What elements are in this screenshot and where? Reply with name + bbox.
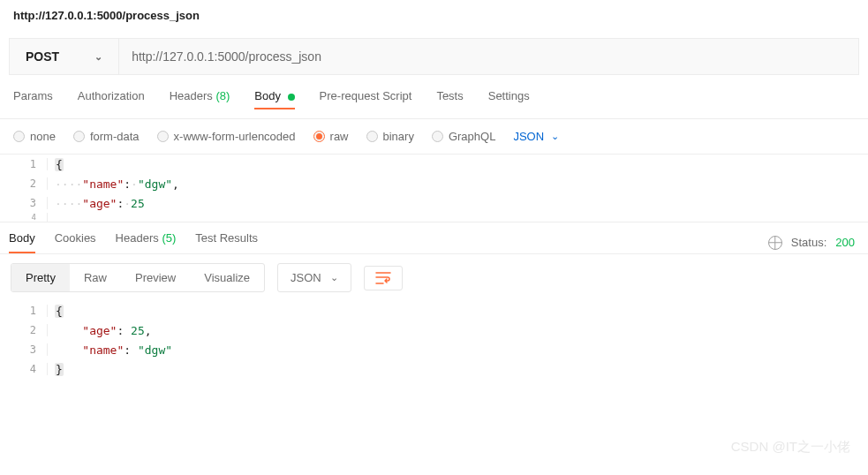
line-number: 2 (0, 324, 48, 336)
tab-headers[interactable]: Headers (8) (170, 89, 230, 109)
wrap-lines-button[interactable] (364, 266, 403, 290)
method-label: POST (26, 49, 59, 64)
tab-params[interactable]: Params (13, 89, 53, 109)
response-status: Status: 200 (768, 236, 855, 250)
watermark: CSDN @IT之一小佬 (731, 439, 850, 456)
radio-icon (366, 131, 378, 142)
line-number: 1 (0, 305, 48, 317)
wrap-icon (375, 272, 391, 284)
tab-body[interactable]: Body (254, 89, 294, 109)
radio-icon (157, 131, 169, 142)
body-type-row: none form-data x-www-form-urlencoded raw… (0, 119, 868, 155)
resp-tab-cookies[interactable]: Cookies (55, 231, 96, 253)
response-format-dropdown[interactable]: JSON ⌄ (277, 263, 351, 292)
btn-pretty[interactable]: Pretty (11, 264, 70, 291)
response-toolbar: Pretty Raw Preview Visualize JSON ⌄ (0, 254, 868, 301)
radio-formdata[interactable]: form-data (73, 130, 140, 143)
resp-tab-headers[interactable]: Headers (5) (116, 231, 177, 253)
radio-urlencoded[interactable]: x-www-form-urlencoded (157, 130, 296, 143)
line-number: 3 (0, 343, 48, 356)
chevron-down-icon: ⌄ (94, 51, 102, 63)
tab-prerequest[interactable]: Pre-request Script (320, 89, 412, 109)
radio-binary[interactable]: binary (366, 130, 414, 143)
tab-authorization[interactable]: Authorization (78, 89, 145, 109)
line-number: 4 (0, 213, 48, 222)
response-header: Body Cookies Headers (5) Test Results St… (0, 222, 868, 254)
line-number: 4 (0, 363, 48, 375)
radio-icon (313, 131, 325, 142)
tab-tests[interactable]: Tests (436, 89, 463, 109)
radio-raw[interactable]: raw (313, 130, 349, 143)
resp-tab-test-results[interactable]: Test Results (195, 231, 258, 253)
radio-icon (432, 131, 443, 142)
btn-visualize[interactable]: Visualize (190, 264, 264, 291)
tab-settings[interactable]: Settings (488, 89, 530, 109)
page-title: http://127.0.0.1:5000/process_json (0, 0, 868, 31)
request-body-editor[interactable]: 1{ 2····"name":·"dgw", 3····"age":·25 4 (0, 155, 868, 222)
globe-icon[interactable] (768, 236, 782, 250)
resp-headers-count: (5) (162, 231, 176, 245)
status-label: Status: (791, 236, 826, 249)
body-format-dropdown[interactable]: JSON ⌄ (513, 130, 559, 143)
view-mode-group: Pretty Raw Preview Visualize (11, 263, 265, 292)
radio-icon (73, 131, 85, 142)
radio-graphql[interactable]: GraphQL (432, 130, 495, 143)
radio-icon (13, 131, 25, 142)
request-tabs: Params Authorization Headers (8) Body Pr… (0, 75, 868, 119)
status-code: 200 (835, 236, 855, 249)
request-bar: POST ⌄ http://127.0.0.1:5000/process_jso… (9, 38, 859, 75)
resp-tab-body[interactable]: Body (9, 231, 35, 253)
radio-none[interactable]: none (13, 130, 56, 143)
line-number: 2 (0, 177, 48, 190)
url-input[interactable]: http://127.0.0.1:5000/process_json (119, 39, 858, 74)
chevron-down-icon: ⌄ (551, 131, 559, 142)
response-body-editor[interactable]: 1{ 2 "age": 25, 3 "name": "dgw" 4} (0, 301, 868, 379)
headers-count: (8) (215, 89, 230, 102)
chevron-down-icon: ⌄ (330, 272, 338, 283)
method-dropdown[interactable]: POST ⌄ (10, 39, 119, 74)
btn-preview[interactable]: Preview (121, 264, 190, 291)
line-number: 3 (0, 197, 48, 209)
response-tabs: Body Cookies Headers (5) Test Results (9, 231, 258, 253)
line-number: 1 (0, 158, 48, 170)
body-indicator-icon (288, 94, 295, 101)
btn-raw[interactable]: Raw (70, 264, 121, 291)
